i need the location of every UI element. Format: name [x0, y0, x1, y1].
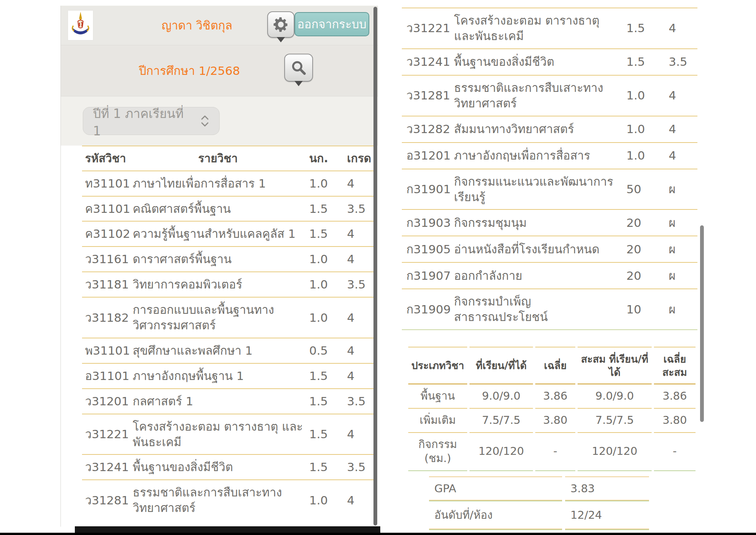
grades-rows-right: ว31221โครงสร้างอะตอม ตารางธาตุ และ​พันธะ… — [402, 8, 697, 330]
summary-category: กิจกรรม (ชม.) — [408, 433, 467, 471]
summary-row: กิจกรรม (ชม.)120/120-120/120- — [408, 433, 696, 471]
course-code: ว31282 — [402, 121, 448, 137]
summary-value: 120/120 — [469, 433, 533, 471]
summary-value: 9.0/9.0 — [578, 385, 652, 409]
course-grade: 3.5 — [347, 459, 373, 475]
search-button[interactable] — [284, 54, 313, 82]
course-row: ก31901กิจกรรมแนะแนวและพัฒนาการเรียนรู้50… — [402, 169, 697, 209]
course-credits: 1.0 — [309, 493, 341, 508]
bottom-edge-line — [0, 533, 756, 535]
left-scrollbar[interactable] — [373, 7, 377, 526]
course-credits: 20 — [626, 215, 663, 231]
school-logo — [68, 10, 93, 40]
course-code: ว31161 — [82, 251, 127, 267]
course-credits: 1.0 — [626, 121, 663, 137]
course-name: ธรรมชาติและการสืบเสาะทางวิทยา​ศาสตร์ — [133, 485, 303, 516]
course-row: ก31905อ่านหนังสือที่โรงเรียนกำหนด20ผ — [402, 236, 697, 262]
course-name: สุขศึกษาและพลศึกษา 1 — [133, 343, 303, 358]
course-credits: 50 — [626, 181, 663, 197]
course-row: ค31102ความรู้พื้นฐานสำหรับแคลคูลัส 11.54 — [82, 221, 373, 246]
course-row: ว31182การออกแบบและพื้นฐานทางวิศวกรรม​ศาส… — [82, 297, 373, 338]
course-grade: ผ — [669, 268, 697, 284]
course-name: ดาราศาสตร์พื้นฐาน — [133, 251, 303, 267]
course-row: อ31101ภาษาอังกฤษพื้นฐาน 11.54 — [82, 363, 373, 388]
course-code: ว31221 — [402, 20, 448, 36]
academic-year-label: ปีการศึกษา 1/2568 — [106, 45, 273, 96]
summary-category: เพิ่มเติม — [408, 409, 467, 433]
course-row: ว31221โครงสร้างอะตอม ตารางธาตุ และ​พันธะ… — [402, 8, 697, 48]
grades-table-header: รหัสวิชา รายวิชา นก. เกรด — [82, 146, 373, 171]
course-row: ว31241พื้นฐานของสิ่งมีชีวิต1.53.5 — [82, 454, 373, 479]
left-screenshot-panel: ญาดา วิชิตกุล ออกจากระบบ ปีการศึกษา 1/25… — [60, 6, 378, 527]
term-select[interactable]: ปีที่ 1 ภาคเรียนที่ 1 — [83, 107, 220, 135]
course-code: ก31903 — [402, 215, 448, 231]
course-name: ออกกำลังกาย — [454, 268, 620, 284]
search-icon — [290, 59, 307, 76]
course-name: พื้นฐานของสิ่งมีชีวิต — [133, 459, 303, 475]
course-credits: 1.5 — [626, 54, 663, 70]
column-header-grade: เกรด — [347, 151, 373, 166]
course-code: ว31201 — [82, 394, 127, 409]
course-credits: 1.5 — [309, 394, 341, 409]
course-code: ก31905 — [402, 242, 448, 257]
course-name: วิทยาการคอมพิวเตอร์ — [133, 277, 303, 292]
logout-button[interactable]: ออกจากระบบ — [294, 12, 369, 36]
gpa-row: อันดับที่/ห้อง12/24 — [429, 501, 649, 529]
student-name: ญาดา วิชิตกุล — [118, 6, 276, 45]
course-credits: 1.5 — [309, 368, 341, 384]
right-scrollbar[interactable] — [700, 225, 704, 422]
course-credits: 1.0 — [309, 176, 341, 191]
summary-value: 3.86 — [654, 385, 696, 409]
summary-column-header: สะสม ที่เรียน/ที่ได้ — [578, 347, 652, 385]
course-credits: 1.5 — [309, 201, 341, 217]
course-row: ว31221โครงสร้างอะตอม ตารางธาตุ และ​พันธะ… — [82, 414, 373, 454]
course-code: พ31101 — [82, 343, 127, 358]
course-grade: 3.5 — [347, 201, 373, 217]
course-code: ว31281 — [402, 88, 448, 103]
course-grade: ผ — [669, 302, 697, 317]
course-credits: 1.5 — [626, 20, 663, 36]
year-bar: ปีการศึกษา 1/2568 — [61, 45, 378, 96]
grades-table-right: ว31221โครงสร้างอะตอม ตารางธาตุ และ​พันธะ… — [402, 0, 697, 330]
grades-table-left: รหัสวิชา รายวิชา นก. เกรด ท31101ภาษาไทยเ… — [82, 146, 373, 520]
app-header: ญาดา วิชิตกุล ออกจากระบบ — [61, 6, 378, 45]
course-credits: 1.0 — [626, 88, 663, 103]
course-code: ว31241 — [402, 54, 448, 70]
course-grade: 3.5 — [347, 394, 373, 409]
course-code: ก31901 — [402, 181, 448, 197]
course-row: ก31909กิจกรรมบำเพ็ญสาธารณประโยชน์10ผ — [402, 288, 697, 329]
course-code: ว31182 — [82, 310, 127, 326]
term-select-region: ปีที่ 1 ภาคเรียนที่ 1 — [61, 96, 378, 146]
course-grade: ผ — [669, 215, 697, 231]
summary-value: 3.80 — [654, 409, 696, 433]
summary-value: - — [654, 433, 696, 471]
gpa-row-label: อันดับที่/ห้อง — [429, 501, 562, 529]
course-credits: 1.5 — [309, 426, 341, 442]
course-grade: ผ — [669, 181, 697, 197]
course-credits: 10 — [626, 302, 663, 317]
popover-arrow-icon — [277, 37, 285, 42]
column-header-code: รหัสวิชา — [82, 151, 127, 166]
course-name: อ่านหนังสือที่โรงเรียนกำหนด — [454, 242, 620, 257]
course-grade: 3.5 — [347, 277, 373, 292]
summary-row: พื้นฐาน9.0/9.03.869.0/9.03.86 — [408, 385, 696, 409]
summary-column-header: ที่เรียน/ที่ได้ — [469, 347, 533, 385]
course-name: โครงสร้างอะตอม ตารางธาตุ และ​พันธะเคมี — [454, 13, 620, 44]
gpa-table: GPA3.83อันดับที่/ห้อง12/24อันดับที่/ระดั… — [429, 476, 649, 535]
settings-button[interactable] — [267, 11, 294, 38]
course-name: กิจกรรมแนะแนวและพัฒนาการเรียนรู้ — [454, 174, 620, 205]
summary-value: 9.0/9.0 — [469, 385, 533, 409]
course-row: ว31241พื้นฐานของสิ่งมีชีวิต1.53.5 — [402, 48, 697, 75]
summary-value: 7.5/7.5 — [578, 409, 652, 433]
course-grade: ผ — [669, 242, 697, 257]
course-credits: 1.0 — [309, 310, 341, 326]
course-name: กลศาสตร์ 1 — [133, 394, 303, 409]
course-credits: 1.5 — [309, 459, 341, 475]
course-grade: 4 — [347, 226, 373, 242]
summary-column-header: เฉลี่ย — [535, 347, 575, 385]
course-name: คณิตศาสตร์พื้นฐาน — [133, 201, 303, 217]
course-grade: 3.5 — [669, 54, 697, 70]
course-name: ภาษาอังกฤษเพื่อการสื่อสาร — [454, 148, 620, 163]
course-name: ธรรมชาติและการสืบเสาะทางวิทยา​ศาสตร์ — [454, 80, 620, 111]
column-header-name: รายวิชา — [133, 151, 303, 166]
